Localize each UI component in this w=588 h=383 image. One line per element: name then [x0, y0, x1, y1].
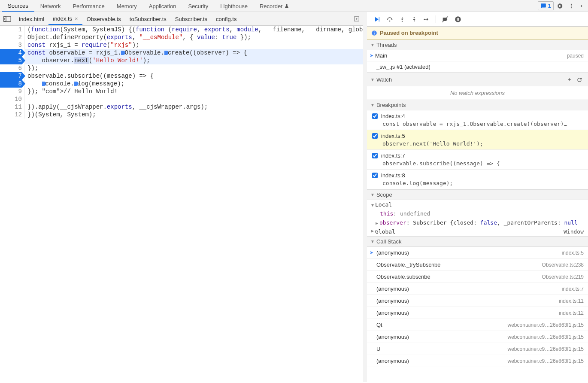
callstack-item[interactable]: (anonymous)webcontainer.c9…26e863f1.js:1…: [367, 355, 588, 367]
watch-empty: No watch expressions: [367, 86, 588, 100]
gutter-line[interactable]: 1: [0, 26, 22, 33]
feedback-button[interactable]: 1: [538, 1, 554, 10]
file-tab-tosubscriber-ts[interactable]: toSubscriber.ts: [125, 13, 171, 24]
step-out-button[interactable]: [408, 14, 420, 24]
add-watch-button[interactable]: ＋: [564, 75, 574, 84]
callstack-item[interactable]: Uwebcontainer.c9…26e863f1.js:15: [367, 343, 588, 355]
watch-header[interactable]: ▼Watch＋: [367, 73, 588, 86]
callstack-item[interactable]: Observable.subscribeObservable.ts:219: [367, 271, 588, 283]
file-tab-config-ts[interactable]: config.ts: [212, 13, 241, 24]
breakpoint-item[interactable]: index.ts:7observable.subscribe((message)…: [367, 150, 588, 170]
settings-button[interactable]: [554, 1, 566, 11]
refresh-icon: [576, 77, 582, 83]
gutter-line[interactable]: 11: [0, 103, 22, 111]
callstack-item[interactable]: (anonymous)webcontainer.c9…26e863f1.js:1…: [367, 331, 588, 343]
breakpoint-item[interactable]: index.ts:4const observable = rxjs_1.Obse…: [367, 110, 588, 130]
refresh-watch-button[interactable]: [574, 75, 585, 84]
gutter-line[interactable]: 7: [0, 72, 22, 80]
code-line[interactable]: Object.defineProperty(exports, "__esModu…: [25, 33, 363, 41]
breakpoint-checkbox[interactable]: [372, 173, 378, 178]
step-over-button[interactable]: [383, 14, 396, 24]
deactivate-breakpoints-button[interactable]: [439, 14, 452, 24]
code-line[interactable]: });: [25, 64, 363, 72]
gutter-line[interactable]: 9: [0, 88, 22, 95]
gutter-line[interactable]: 6: [0, 64, 22, 72]
svg-point-0: [571, 3, 572, 4]
tab-network[interactable]: Network: [34, 1, 67, 11]
file-navigator-button[interactable]: [0, 13, 15, 24]
more-tabs-button[interactable]: [350, 13, 363, 24]
code-line[interactable]: })(System, System);: [25, 111, 363, 119]
tab-security[interactable]: Security: [182, 1, 214, 11]
source-editor-pane: index.html index.ts× Observable.ts toSub…: [0, 12, 367, 382]
paused-status: Paused on breakpoint: [367, 27, 588, 40]
kebab-icon: [568, 3, 574, 9]
scope-header[interactable]: ▼Scope: [367, 189, 588, 200]
debug-toolbar: [367, 12, 588, 27]
breakpoint-item[interactable]: index.ts:8console.log(message);: [367, 170, 588, 189]
resume-button[interactable]: [370, 14, 383, 24]
tab-sources[interactable]: Sources: [2, 0, 34, 12]
gutter-line[interactable]: 3: [0, 41, 22, 49]
gutter-line[interactable]: 4: [0, 49, 22, 57]
code-line[interactable]: console.log(message);: [25, 80, 363, 88]
close-icon[interactable]: ×: [75, 15, 78, 22]
gutter-line[interactable]: 8: [0, 80, 22, 88]
code-line[interactable]: (function(System, SystemJS) {(function (…: [25, 26, 363, 33]
scope-global[interactable]: ▶GlobalWindow: [367, 227, 588, 236]
file-tab-index-ts[interactable]: index.ts×: [48, 13, 82, 25]
info-icon: [371, 30, 377, 36]
gutter-line[interactable]: 5: [0, 57, 22, 64]
gutter-line[interactable]: 12: [0, 111, 22, 119]
code-line[interactable]: observer.next('Hello World!');: [25, 57, 363, 64]
step-into-button[interactable]: [396, 14, 408, 24]
breakpoint-checkbox[interactable]: [372, 153, 378, 158]
code-line[interactable]: const observable = rxjs_1.Observable.cre…: [25, 49, 363, 57]
callstack-item[interactable]: Qtwebcontainer.c9…26e863f1.js:15: [367, 319, 588, 331]
breakpoint-checkbox[interactable]: [372, 133, 378, 139]
step-out-icon: [411, 16, 417, 23]
tab-application[interactable]: Application: [143, 1, 182, 11]
code-line[interactable]: [25, 95, 363, 103]
code-line[interactable]: }); "com">// Hello World!: [25, 88, 363, 95]
svg-point-9: [414, 17, 415, 18]
file-tab-subscriber-ts[interactable]: Subscriber.ts: [171, 13, 212, 24]
file-tab-index-html[interactable]: index.html: [15, 13, 48, 24]
threads-header[interactable]: ▼Threads: [367, 40, 588, 50]
pause-exceptions-button[interactable]: [452, 14, 464, 24]
thread-item[interactable]: Mainpaused: [367, 50, 588, 61]
breakpoints-header[interactable]: ▼Breakpoints: [367, 100, 588, 110]
code-line[interactable]: }).apply(__cjsWrapper.exports, __cjsWrap…: [25, 103, 363, 111]
gutter-line[interactable]: 10: [0, 95, 22, 103]
file-tabs: index.html index.ts× Observable.ts toSub…: [0, 12, 363, 26]
step-over-icon: [386, 16, 393, 23]
svg-rect-16: [374, 32, 374, 34]
expand-button[interactable]: [577, 1, 586, 11]
svg-rect-14: [458, 18, 459, 21]
callstack-item[interactable]: Observable._trySubscribeObservable.ts:23…: [367, 259, 588, 271]
callstack-item[interactable]: (anonymous)index.ts:5: [367, 247, 588, 259]
code-line[interactable]: const rxjs_1 = require("rxjs");: [25, 41, 363, 49]
step-button[interactable]: [420, 14, 433, 24]
breakpoint-checkbox[interactable]: [372, 113, 378, 119]
file-tab-observable-ts[interactable]: Observable.ts: [82, 13, 125, 24]
breakpoint-item[interactable]: index.ts:5observer.next('Hello World!');: [367, 130, 588, 150]
thread-item[interactable]: _sw_.js #1 (activated): [367, 61, 588, 73]
tab-lighthouse[interactable]: Lighthouse: [214, 1, 254, 11]
more-button[interactable]: [566, 1, 577, 11]
code-line[interactable]: observable.subscribe((message) => {: [25, 72, 363, 80]
callstack-item[interactable]: (anonymous)index.ts:11: [367, 295, 588, 307]
callstack-header[interactable]: ▼Call Stack: [367, 236, 588, 247]
gutter-line[interactable]: 2: [0, 33, 22, 41]
scope-observer[interactable]: ▶observer: Subscriber {closed: false, _p…: [367, 218, 588, 227]
svg-rect-13: [457, 18, 458, 21]
callstack-item[interactable]: (anonymous)index.ts:12: [367, 307, 588, 319]
tab-memory[interactable]: Memory: [111, 1, 143, 11]
callstack-item[interactable]: (anonymous)index.ts:7: [367, 283, 588, 295]
tab-recorder[interactable]: Recorder: [254, 1, 295, 11]
scope-local[interactable]: ▼Local: [367, 200, 588, 209]
tab-performance[interactable]: Performance: [67, 1, 110, 11]
sidebar-icon: [3, 16, 11, 22]
toolbar-divider: [436, 15, 436, 23]
code-editor[interactable]: 123456789101112(function(System, SystemJ…: [0, 26, 363, 382]
